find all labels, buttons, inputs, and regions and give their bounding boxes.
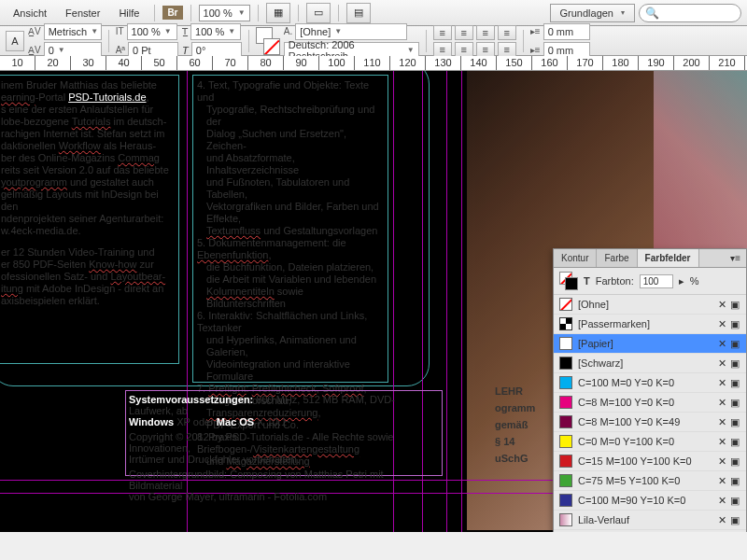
swatch-row[interactable]: C=100 M=0 Y=0 K=0✕▣: [554, 373, 746, 393]
skew-icon: T: [182, 45, 189, 56]
swatch-row[interactable]: [Schwarz]✕▣: [554, 354, 746, 373]
char-format-icon[interactable]: A: [6, 31, 24, 51]
screen-mode-icon[interactable]: ▭: [306, 3, 331, 23]
charstyle-field[interactable]: [Ohne]▼: [295, 23, 407, 40]
panel-tabs: Kontur Farbe Farbfelder ▾≡: [554, 249, 746, 268]
swatch-row[interactable]: [Passermarken]✕▣: [554, 315, 746, 334]
swatch-row[interactable]: C=75 M=5 Y=100 K=0✕▣: [554, 471, 746, 491]
swatch-row[interactable]: C=8 M=100 Y=0 K=49✕▣: [554, 413, 746, 432]
text-frame-left[interactable]: inem Bruder Matthias das beliebte earnin…: [0, 75, 179, 364]
canvas[interactable]: inem Bruder Matthias das beliebte earnin…: [0, 71, 747, 532]
menu-fenster[interactable]: Fenster: [58, 4, 107, 22]
tint-input[interactable]: 100: [640, 274, 673, 288]
text-target-icon[interactable]: T: [584, 275, 590, 287]
swatches-panel: Kontur Farbe Farbfelder ▾≡ T Farbton: 10…: [553, 248, 747, 532]
chevron-down-icon: ▼: [238, 8, 246, 17]
char-style-icon: A.: [284, 26, 292, 36]
menu-hilfe[interactable]: Hilfe: [111, 4, 147, 22]
arrange-icon[interactable]: ▤: [346, 3, 371, 23]
justify-left-icon[interactable]: ≡: [433, 42, 452, 57]
workspace-select[interactable]: Grundlagen▾: [550, 4, 636, 22]
justify-right-icon[interactable]: ≡: [476, 42, 495, 57]
panel-menu-icon[interactable]: ▾≡: [725, 249, 746, 267]
swatch-row[interactable]: C=15 M=100 Y=100 K=0✕▣: [554, 452, 746, 471]
view-options-icon[interactable]: ▦: [266, 3, 290, 23]
fill-stroke-proxy[interactable]: [559, 272, 578, 290]
vscale-icon: IT: [116, 26, 124, 36]
align-right-icon[interactable]: ≡: [476, 25, 495, 40]
justify-all-icon[interactable]: ≡: [498, 42, 516, 57]
search-input[interactable]: 🔍: [639, 4, 741, 22]
bridge-badge[interactable]: Br: [162, 6, 182, 20]
side-label: LEHRogrammgemäß§ 14uSchG: [495, 383, 535, 467]
swatch-list[interactable]: [Ohne]✕▣[Passermarken]✕▣[Papier]✕▣[Schwa…: [554, 295, 746, 532]
tab-kontur[interactable]: Kontur: [554, 249, 597, 267]
kerning-field[interactable]: Metrisch▼: [44, 23, 102, 40]
imprint-frame[interactable]: Systemvoraussetzungen: 800 MHz, 512 MB R…: [125, 390, 443, 476]
justify-center-icon[interactable]: ≡: [455, 42, 473, 57]
swatch-row[interactable]: C=0 M=0 Y=0 K=8✕▣: [554, 530, 746, 532]
align-left-icon[interactable]: ≡: [433, 25, 452, 40]
tab-farbfelder[interactable]: Farbfelder: [638, 249, 699, 267]
swatch-row[interactable]: C=8 M=100 Y=0 K=0✕▣: [554, 393, 746, 413]
zoom-select[interactable]: 100 %▼: [199, 5, 250, 21]
kerning-icon: A̲V: [28, 26, 41, 36]
horizontal-ruler[interactable]: 1020304050607080901001101201301401501601…: [0, 56, 747, 71]
control-bar-1: A A̲VMetrisch▼ A̲V0▼ IT100 %▼ Aª0 Pt T̲1…: [0, 26, 747, 56]
swatch-row[interactable]: Lila-Verlauf✕▣: [554, 511, 746, 530]
search-icon: 🔍: [645, 7, 659, 20]
baseline-icon: Aª: [116, 45, 125, 55]
hscale-icon: T̲: [182, 26, 188, 36]
indent-first-icon: ▸≡: [530, 45, 541, 55]
tab-farbe[interactable]: Farbe: [597, 249, 637, 267]
tint-label: Farbton:: [596, 275, 634, 287]
vscale-field[interactable]: 100 %▼: [127, 23, 177, 40]
indent-left-icon: ▸≡: [530, 26, 541, 36]
hscale-field[interactable]: 100 %▼: [190, 23, 241, 40]
guide-vertical[interactable]: [461, 71, 462, 532]
chevron-down-icon: ▾: [621, 8, 625, 17]
swatch-row[interactable]: [Ohne]✕▣: [554, 295, 746, 315]
swatch-row[interactable]: C=100 M=90 Y=10 K=0✕▣: [554, 491, 746, 511]
indent-left-field[interactable]: 0 mm: [543, 23, 590, 40]
align-center-icon[interactable]: ≡: [455, 25, 473, 40]
justify-icon[interactable]: ≡: [498, 25, 516, 40]
menu-ansicht[interactable]: Ansicht: [6, 4, 54, 22]
text-frame-right[interactable]: 4. Text, Typografie und Objekte: Texte u…: [192, 75, 388, 383]
guide-vertical[interactable]: [446, 71, 447, 532]
swatch-row[interactable]: [Papier]✕▣: [554, 334, 746, 354]
tracking-icon: A̲V: [28, 45, 41, 55]
tint-slider-icon[interactable]: ▸: [679, 275, 684, 287]
panel-subheader: T Farbton: 100 ▸ %: [554, 268, 746, 295]
swatch-row[interactable]: C=0 M=0 Y=100 K=0✕▣: [554, 432, 746, 452]
stroke-swatch[interactable]: [263, 38, 280, 55]
